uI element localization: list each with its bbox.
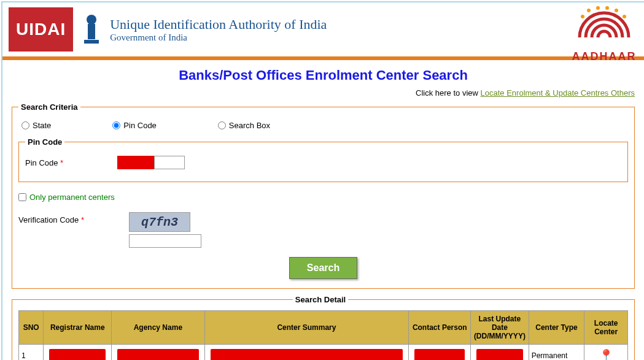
svg-rect-1 [88, 24, 95, 39]
captcha-image: q7fn3 [129, 212, 190, 232]
pincode-input[interactable] [154, 156, 185, 169]
radio-state-input[interactable] [21, 121, 29, 129]
header: UIDAI Unique Identification Authority of… [2, 2, 644, 60]
header-text: Unique Identification Authority of India… [110, 17, 327, 43]
search-button[interactable]: Search [289, 257, 357, 279]
col-locate: Locate Center [584, 311, 628, 345]
page-title: Banks/Post Offices Enrolment Center Sear… [2, 67, 644, 83]
cell-sno: 1 [19, 345, 44, 361]
col-summary: Center Summary [204, 311, 409, 345]
permanent-checkbox[interactable] [18, 193, 26, 201]
radio-pincode-input[interactable] [112, 121, 120, 129]
header-title: Unique Identification Authority of India [110, 17, 327, 33]
svg-point-7 [581, 15, 584, 18]
svg-point-8 [623, 15, 626, 18]
link-row: Click here to view Locate Enrolment & Up… [2, 88, 644, 102]
results-table: SNO Registrar Name Agency Name Center Su… [18, 310, 628, 360]
col-contact: Contact Person [409, 311, 471, 345]
cell-contact [409, 345, 471, 361]
col-agency: Agency Name [112, 311, 204, 345]
radio-searchbox[interactable]: Search Box [218, 121, 270, 130]
locate-others-link[interactable]: Locate Enrolment & Update Centres Others [481, 88, 635, 98]
cell-registrar [44, 345, 112, 361]
uidai-logo: UIDAI [9, 7, 73, 52]
aadhaar-text: AADHAAR [570, 50, 638, 63]
svg-point-5 [605, 6, 609, 10]
pincode-redacted [117, 156, 154, 169]
link-prefix: Click here to view [416, 88, 480, 98]
svg-point-3 [587, 9, 591, 12]
emblem-icon [79, 10, 104, 49]
cell-locate: 📍 [584, 345, 628, 361]
radio-pincode[interactable]: Pin Code [112, 121, 156, 130]
col-sno: SNO [19, 311, 44, 345]
pincode-label: Pin Code * [25, 158, 117, 167]
permanent-label: Only permanent centers [29, 193, 115, 202]
cell-agency [112, 345, 204, 361]
pincode-legend: Pin Code [25, 137, 64, 147]
permanent-row: Only permanent centers [18, 190, 628, 209]
search-detail-fieldset: Search Detail SNO Registrar Name Agency … [12, 295, 635, 360]
verification-label: Verification Code * [18, 212, 129, 248]
search-detail-legend: Search Detail [293, 295, 348, 304]
radio-state[interactable]: State [21, 121, 51, 130]
cell-lastupdate [471, 345, 529, 361]
search-criteria-fieldset: Search Criteria State Pin Code Search Bo… [12, 102, 635, 289]
pincode-row: Pin Code * [25, 153, 621, 172]
col-centertype: Center Type [529, 311, 584, 345]
svg-point-4 [596, 6, 600, 10]
cell-centertype: Permanent [529, 345, 584, 361]
col-registrar: Registrar Name [44, 311, 112, 345]
svg-point-6 [615, 9, 618, 12]
svg-rect-2 [84, 40, 99, 44]
svg-point-0 [87, 15, 96, 25]
radio-row: State Pin Code Search Box [18, 118, 628, 137]
captcha-input[interactable] [129, 234, 201, 248]
aadhaar-logo: AADHAAR [570, 6, 638, 63]
cell-summary [204, 345, 409, 361]
verification-row: Verification Code * q7fn3 [18, 209, 628, 257]
pincode-fieldset: Pin Code Pin Code * [18, 137, 628, 182]
table-row: 1 Permanent 📍 [19, 345, 628, 361]
locate-pin-icon[interactable]: 📍 [599, 349, 614, 360]
radio-searchbox-input[interactable] [218, 121, 226, 129]
col-lastupdate: Last Update Date (DD/MM/YYYY) [471, 311, 529, 345]
header-subtitle: Government of India [110, 33, 327, 43]
search-criteria-legend: Search Criteria [18, 102, 80, 112]
